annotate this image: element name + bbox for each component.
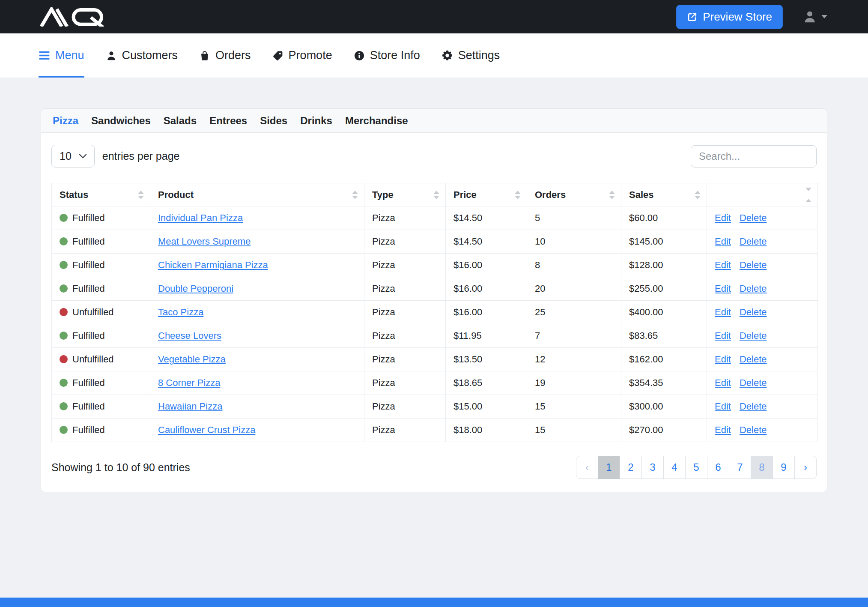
type-cell: Pizza (364, 419, 446, 442)
product-link[interactable]: Individual Pan Pizza (158, 212, 243, 223)
pagination-page-7[interactable]: 7 (729, 456, 751, 479)
status-dot-unfulfilled (60, 308, 68, 316)
delete-link[interactable]: Delete (740, 377, 767, 388)
tab-merchandise[interactable]: Merchandise (345, 115, 408, 127)
actions-cell: EditDelete (707, 371, 818, 395)
user-menu[interactable] (802, 9, 827, 24)
edit-link[interactable]: Edit (715, 330, 731, 341)
nav-item-promote[interactable]: Promote (272, 33, 332, 78)
status-cell: Fulfilled (52, 395, 150, 419)
column-header-actions[interactable] (707, 183, 818, 206)
tab-sides[interactable]: Sides (260, 115, 287, 127)
edit-link[interactable]: Edit (715, 260, 731, 270)
delete-link[interactable]: Delete (740, 425, 767, 435)
price-cell: $14.50 (446, 230, 527, 254)
nav-item-label: Orders (215, 49, 251, 62)
product-link[interactable]: Chicken Parmigiana Pizza (158, 260, 268, 270)
column-header-status[interactable]: Status (52, 183, 150, 206)
sort-icon[interactable] (805, 188, 811, 202)
edit-link[interactable]: Edit (715, 212, 731, 223)
table-row: UnfulfilledTaco PizzaPizza$16.0025$400.0… (52, 301, 818, 324)
sort-icon[interactable] (515, 191, 521, 199)
orders-cell: 10 (527, 230, 621, 254)
delete-link[interactable]: Delete (740, 307, 767, 317)
tab-pizza[interactable]: Pizza (53, 115, 78, 127)
pagination-page-1[interactable]: 1 (598, 456, 620, 479)
delete-link[interactable]: Delete (740, 401, 767, 412)
product-link[interactable]: Double Pepperoni (158, 283, 233, 294)
delete-link[interactable]: Delete (740, 236, 767, 247)
pagination-page-9[interactable]: 9 (773, 456, 795, 479)
entries-per-page-select[interactable]: 10 (51, 145, 95, 167)
status-cell: Fulfilled (52, 371, 150, 395)
product-link[interactable]: 8 Corner Pizza (158, 377, 221, 388)
sort-icon[interactable] (695, 191, 701, 199)
type-cell: Pizza (364, 395, 446, 419)
product-cell: Hawaiian Pizza (150, 395, 364, 419)
column-header-product[interactable]: Product (150, 183, 364, 206)
nav-item-menu[interactable]: Menu (39, 33, 84, 78)
column-header-orders[interactable]: Orders (527, 183, 621, 206)
product-link[interactable]: Cheese Lovers (158, 330, 221, 341)
sort-icon[interactable] (352, 191, 358, 199)
pagination-page-2[interactable]: 2 (620, 456, 642, 479)
product-link[interactable]: Taco Pizza (158, 307, 203, 317)
edit-link[interactable]: Edit (715, 283, 731, 294)
table-footer: Showing 1 to 10 of 90 entries ‹123456789… (51, 456, 817, 479)
nav-item-settings[interactable]: Settings (441, 33, 500, 78)
delete-link[interactable]: Delete (740, 354, 767, 365)
product-link[interactable]: Cauliflower Crust Pizza (158, 425, 255, 435)
product-cell: Taco Pizza (150, 301, 364, 324)
edit-link[interactable]: Edit (715, 377, 731, 388)
delete-link[interactable]: Delete (740, 260, 767, 270)
table-row: FulfilledMeat Lovers SupremePizza$14.501… (52, 230, 818, 254)
product-cell: Double Pepperoni (150, 277, 364, 301)
nav-item-store-info[interactable]: Store Info (354, 33, 420, 78)
logo[interactable] (39, 7, 112, 27)
preview-store-button[interactable]: Preview Store (676, 5, 783, 29)
column-label: Orders (535, 189, 566, 200)
tab-sandwiches[interactable]: Sandwiches (91, 115, 151, 127)
tab-salads[interactable]: Salads (164, 115, 197, 127)
edit-link[interactable]: Edit (715, 401, 731, 412)
nav-item-orders[interactable]: Orders (199, 33, 251, 78)
column-header-sales[interactable]: Sales (621, 183, 707, 206)
pagination-next[interactable]: › (794, 456, 817, 479)
pagination-prev[interactable]: ‹ (576, 456, 598, 479)
sort-icon[interactable] (609, 191, 615, 199)
pagination-page-8[interactable]: 8 (751, 456, 773, 479)
sort-icon[interactable] (138, 191, 144, 199)
nav-item-customers[interactable]: Customers (106, 33, 178, 78)
product-link[interactable]: Hawaiian Pizza (158, 401, 222, 412)
pagination-page-4[interactable]: 4 (663, 456, 686, 479)
tab-drinks[interactable]: Drinks (300, 115, 332, 127)
edit-link[interactable]: Edit (715, 236, 731, 247)
nav-item-label: Customers (122, 49, 178, 62)
delete-link[interactable]: Delete (740, 283, 767, 294)
entries-value: 10 (60, 150, 72, 162)
edit-link[interactable]: Edit (715, 307, 731, 317)
column-label: Product (158, 189, 194, 200)
product-cell: Cauliflower Crust Pizza (150, 419, 364, 442)
edit-link[interactable]: Edit (715, 354, 731, 365)
sales-cell: $270.00 (621, 419, 707, 442)
search-input[interactable] (691, 145, 817, 167)
tab-entrees[interactable]: Entrees (209, 115, 247, 127)
pagination-page-3[interactable]: 3 (641, 456, 664, 479)
sort-icon[interactable] (433, 191, 439, 199)
orders-cell: 5 (527, 206, 621, 230)
actions-cell: EditDelete (707, 395, 818, 419)
column-header-price[interactable]: Price (446, 183, 527, 206)
edit-link[interactable]: Edit (715, 425, 731, 435)
product-link[interactable]: Vegetable Pizza (158, 354, 226, 365)
column-header-type[interactable]: Type (364, 183, 446, 206)
delete-link[interactable]: Delete (740, 330, 767, 341)
status-cell: Fulfilled (52, 254, 150, 277)
table-row: UnfulfilledVegetable PizzaPizza$13.5012$… (52, 348, 818, 371)
actions-cell: EditDelete (707, 254, 818, 277)
delete-link[interactable]: Delete (740, 212, 767, 223)
pagination-page-5[interactable]: 5 (685, 456, 707, 479)
actions-cell: EditDelete (707, 206, 818, 230)
pagination-page-6[interactable]: 6 (707, 456, 729, 479)
product-link[interactable]: Meat Lovers Supreme (158, 236, 251, 247)
